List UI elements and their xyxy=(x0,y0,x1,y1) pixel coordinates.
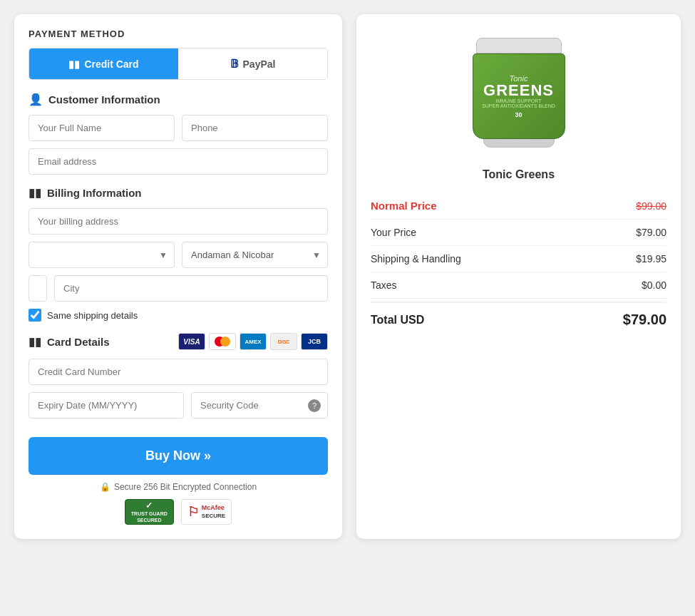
credit-card-icon: ▮▮ xyxy=(68,58,80,70)
secure-text: 🔒 Secure 256 Bit Encrypted Connection xyxy=(29,482,328,492)
jar-base xyxy=(483,139,555,148)
amex-icon: AMEX xyxy=(240,333,267,350)
order-panel: Tonic GREENS IMMUNE SUPPORTSUPER ANTIOXI… xyxy=(356,14,681,539)
person-icon: 👤 xyxy=(29,93,43,106)
mcafee-label: McAfeeSECURE xyxy=(202,504,225,520)
your-price-value: $79.00 xyxy=(636,227,666,238)
your-price-row: Your Price $79.00 xyxy=(371,220,666,246)
jar-count: 30 xyxy=(515,111,522,118)
card-details-header: ▮▮ Card Details VISA AMEX DISC JCB xyxy=(29,333,328,350)
paypal-icon: 𝔹 xyxy=(230,57,239,71)
normal-price-label: Normal Price xyxy=(371,200,437,212)
full-name-input[interactable] xyxy=(29,115,175,141)
state-select[interactable]: Andaman & Nicobar Andhra Pradesh xyxy=(182,242,328,268)
total-row: Total USD $79.00 xyxy=(371,302,666,337)
product-image-area: Tonic GREENS IMMUNE SUPPORTSUPER ANTIOXI… xyxy=(371,29,666,157)
visa-icon: VISA xyxy=(178,333,205,350)
country-select[interactable]: India United States xyxy=(29,242,175,268)
customer-info-title: 👤 Customer Information xyxy=(29,93,328,106)
mastercard-icon xyxy=(209,333,236,350)
product-name: Tonic Greens xyxy=(371,168,666,181)
billing-icon: ▮▮ xyxy=(29,186,41,200)
lock-icon: 🔒 xyxy=(100,482,110,492)
payment-tabs: ▮▮ Credit Card 𝔹 PayPal xyxy=(29,48,328,80)
city-input[interactable] xyxy=(54,275,328,302)
trust-badges: ✓ TRUST GUARDSECURED ⚐ McAfeeSECURE xyxy=(29,499,328,525)
discover-icon: DISC xyxy=(270,333,297,350)
card-details-title: ▮▮ Card Details xyxy=(29,335,110,349)
billing-address-input[interactable] xyxy=(29,208,328,235)
same-shipping-row: Same shipping details xyxy=(29,309,328,322)
jar-product-name: GREENS xyxy=(483,83,554,98)
phone-input[interactable] xyxy=(182,115,328,141)
country-select-wrapper: India United States ▼ xyxy=(29,242,175,268)
address-row xyxy=(29,208,328,235)
card-icons-row: VISA AMEX DISC JCB xyxy=(178,333,328,350)
trust-guard-label: TRUST GUARDSECURED xyxy=(131,511,168,523)
jar-sub-text: IMMUNE SUPPORTSUPER ANTIOXIDANTS BLEND xyxy=(475,98,562,108)
card-icon: ▮▮ xyxy=(29,335,41,349)
name-phone-row xyxy=(29,115,328,141)
taxes-row: Taxes $0.00 xyxy=(371,272,666,299)
expiry-security-row: ? xyxy=(29,392,328,419)
taxes-value: $0.00 xyxy=(642,279,666,291)
same-shipping-label: Same shipping details xyxy=(47,310,138,321)
total-value: $79.00 xyxy=(623,312,666,328)
product-jar: Tonic GREENS IMMUNE SUPPORTSUPER ANTIOXI… xyxy=(473,38,565,148)
jar-body: Tonic GREENS IMMUNE SUPPORTSUPER ANTIOXI… xyxy=(473,53,565,139)
paypal-tab-label: PayPal xyxy=(243,58,276,70)
your-price-label: Your Price xyxy=(371,227,416,238)
normal-price-value: $99.00 xyxy=(636,200,666,212)
mcafee-badge: ⚐ McAfeeSECURE xyxy=(181,499,232,525)
trust-guard-badge: ✓ TRUST GUARDSECURED xyxy=(125,499,174,525)
state-select-wrapper: Andaman & Nicobar Andhra Pradesh ▼ xyxy=(182,242,328,268)
tab-credit-card[interactable]: ▮▮ Credit Card xyxy=(29,48,178,79)
taxes-label: Taxes xyxy=(371,279,397,291)
product-image: Tonic GREENS IMMUNE SUPPORTSUPER ANTIOXI… xyxy=(455,29,583,157)
normal-price-row: Normal Price $99.00 xyxy=(371,192,666,220)
card-number-row xyxy=(29,359,328,385)
billing-info-title: ▮▮ Billing Information xyxy=(29,186,328,200)
zip-city-row xyxy=(29,275,328,302)
card-number-input[interactable] xyxy=(29,359,328,385)
buy-now-button[interactable]: Buy Now » xyxy=(29,437,328,475)
card-details-section: ▮▮ Card Details VISA AMEX DISC JCB xyxy=(29,333,328,419)
trust-guard-icon: ✓ xyxy=(145,500,153,510)
shipping-label: Shipping & Handling xyxy=(371,253,461,265)
zip-input[interactable] xyxy=(29,275,47,302)
mcafee-icon: ⚐ xyxy=(187,504,199,520)
jar-brand: Tonic xyxy=(510,74,528,83)
billing-information-section: ▮▮ Billing Information India United Stat… xyxy=(29,186,328,322)
security-code-wrapper: ? xyxy=(191,392,328,419)
country-state-row: India United States ▼ Andaman & Nicobar … xyxy=(29,242,328,268)
shipping-row: Shipping & Handling $19.95 xyxy=(371,246,666,272)
jar-lid xyxy=(476,38,562,53)
security-help-icon[interactable]: ? xyxy=(308,399,321,412)
email-input[interactable] xyxy=(29,148,328,175)
credit-card-tab-label: Credit Card xyxy=(84,58,138,70)
customer-information-section: 👤 Customer Information xyxy=(29,93,328,175)
shipping-value: $19.95 xyxy=(636,253,666,265)
same-shipping-checkbox[interactable] xyxy=(29,309,41,322)
total-label: Total USD xyxy=(371,314,424,327)
tab-paypal[interactable]: 𝔹 PayPal xyxy=(178,48,327,79)
payment-method-title: PAYMENT METHOD xyxy=(29,29,328,39)
payment-panel: PAYMENT METHOD ▮▮ Credit Card 𝔹 PayPal 👤… xyxy=(14,14,342,539)
email-row xyxy=(29,148,328,175)
expiry-input[interactable] xyxy=(29,392,184,419)
jcb-icon: JCB xyxy=(301,333,328,350)
